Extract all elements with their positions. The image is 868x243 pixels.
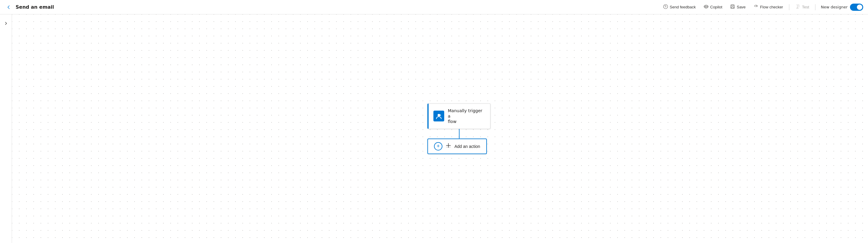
copilot-label: Copilot: [710, 5, 722, 9]
sidebar-toggle[interactable]: [0, 14, 12, 243]
new-designer-toggle[interactable]: [850, 4, 863, 11]
test-label: Test: [802, 5, 809, 9]
flow-checker-label: Flow checker: [760, 5, 783, 9]
back-button[interactable]: [5, 3, 12, 11]
feedback-icon: [663, 4, 668, 10]
test-icon: [795, 4, 800, 10]
new-designer-label: New designer: [821, 5, 847, 9]
svg-rect-7: [731, 7, 734, 8]
svg-rect-11: [446, 147, 451, 148]
copilot-icon: [704, 4, 709, 10]
send-feedback-button[interactable]: Send feedback: [660, 2, 699, 12]
divider2: [815, 4, 815, 10]
svg-rect-6: [732, 5, 734, 6]
save-label: Save: [737, 5, 746, 9]
sidebar-toggle-button[interactable]: [2, 19, 10, 29]
add-action-icon: [445, 142, 452, 150]
new-designer-area: New designer: [818, 4, 863, 11]
canvas-container: Manually trigger a flow + Add an action: [0, 14, 868, 243]
flow-checker-icon: [753, 4, 758, 10]
page-title: Send an email: [16, 4, 54, 10]
svg-point-9: [755, 6, 756, 7]
trigger-icon-wrap: [433, 111, 444, 122]
save-icon: [730, 4, 735, 10]
header: Send an email Send feedback: [0, 0, 868, 14]
trigger-node[interactable]: Manually trigger a flow: [427, 104, 491, 129]
send-feedback-label: Send feedback: [670, 5, 696, 9]
canvas[interactable]: Manually trigger a flow + Add an action: [12, 14, 868, 243]
header-left: Send an email: [5, 3, 656, 11]
flow-area: Manually trigger a flow + Add an action: [427, 104, 491, 154]
svg-point-1: [665, 7, 666, 7]
add-circle-icon: +: [434, 142, 442, 150]
add-action-button[interactable]: + Add an action: [427, 138, 487, 154]
svg-point-10: [438, 114, 440, 116]
trigger-text: Manually trigger a flow: [448, 108, 485, 125]
connector-line: [459, 129, 460, 138]
flow-checker-button[interactable]: Flow checker: [750, 2, 786, 12]
header-actions: Send feedback Copilot Save: [660, 2, 863, 12]
add-action-label: Add an action: [455, 144, 480, 148]
save-button[interactable]: Save: [727, 2, 749, 12]
test-button[interactable]: Test: [792, 2, 812, 12]
copilot-button[interactable]: Copilot: [701, 2, 725, 12]
